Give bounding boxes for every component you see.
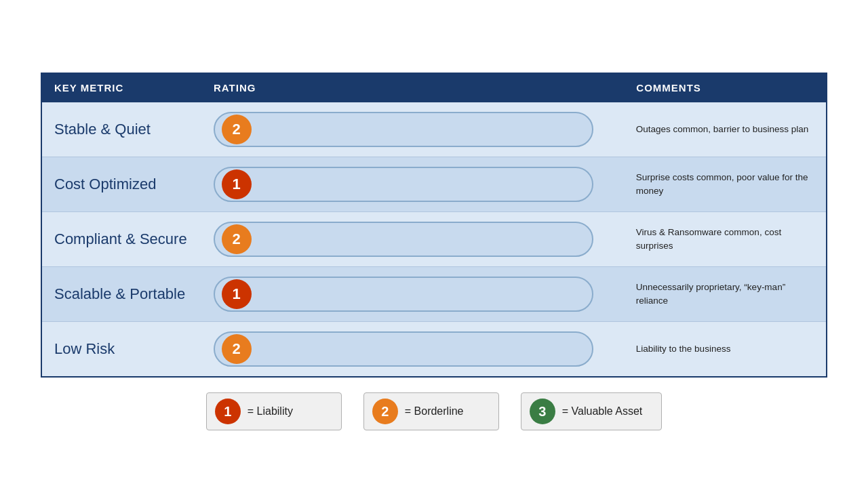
- legend-item: 2= Borderline: [363, 392, 499, 430]
- comments-cell: Unnecessarily proprietary, “key-man” rel…: [624, 267, 827, 322]
- legend-row: 1= Liability2= Borderline3= Valuable Ass…: [41, 392, 827, 430]
- rating-cell: 1: [201, 267, 624, 322]
- legend-badge: 1: [215, 399, 241, 424]
- comments-cell: Virus & Ransomware common, cost surprise…: [624, 212, 827, 267]
- legend-badge: 3: [530, 399, 555, 424]
- metric-cell: Compliant & Secure: [41, 212, 201, 267]
- legend-label: = Valuable Asset: [562, 405, 642, 418]
- comments-cell: Surprise costs common, poor value for th…: [624, 157, 827, 212]
- comments-cell: Liability to the business: [624, 322, 827, 378]
- rating-cell: 1: [201, 157, 624, 212]
- table-row: Low Risk2Liability to the business: [41, 322, 827, 378]
- rating-cell: 2: [201, 212, 624, 267]
- legend-label: = Liability: [248, 405, 293, 418]
- table-row: Compliant & Secure2Virus & Ransomware co…: [41, 212, 827, 267]
- metric-cell: Stable & Quiet: [41, 102, 201, 157]
- rating-badge: 2: [222, 115, 252, 144]
- table-row: Stable & Quiet2Outages common, barrier t…: [41, 102, 827, 157]
- comments-cell: Outages common, barrier to business plan: [624, 102, 827, 157]
- rating-badge: 2: [222, 224, 252, 254]
- header-metric: KEY METRIC: [41, 73, 201, 102]
- metric-cell: Cost Optimized: [41, 157, 201, 212]
- rating-badge: 2: [222, 334, 252, 364]
- legend-badge: 2: [372, 399, 398, 424]
- legend-label: = Borderline: [405, 405, 464, 418]
- header-rating: RATING: [201, 73, 624, 102]
- metric-cell: Low Risk: [41, 322, 201, 378]
- scorecard-table: KEY METRIC RATING COMMENTS Stable & Quie…: [41, 73, 827, 378]
- rating-badge: 1: [222, 279, 252, 309]
- table-row: Cost Optimized1Surprise costs common, po…: [41, 157, 827, 212]
- table-row: Scalable & Portable1Unnecessarily propri…: [41, 267, 827, 322]
- metric-cell: Scalable & Portable: [41, 267, 201, 322]
- rating-badge: 1: [222, 169, 252, 199]
- legend-item: 1= Liability: [206, 392, 342, 430]
- header-comments: COMMENTS: [624, 73, 827, 102]
- legend-item: 3= Valuable Asset: [521, 392, 662, 430]
- rating-cell: 2: [201, 102, 624, 157]
- rating-cell: 2: [201, 322, 624, 378]
